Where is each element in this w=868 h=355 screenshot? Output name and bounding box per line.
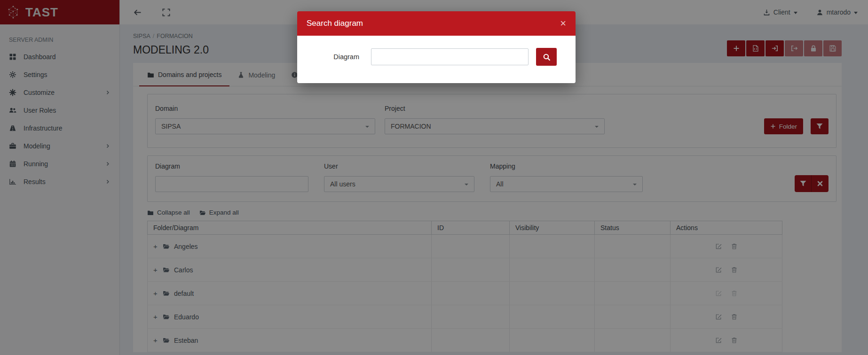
search-icon xyxy=(543,53,551,61)
modal-body: Diagram xyxy=(297,36,576,83)
modal-header: Search diagram × xyxy=(297,11,576,36)
close-icon[interactable]: × xyxy=(560,18,566,29)
search-diagram-modal: Search diagram × Diagram xyxy=(297,11,576,83)
modal-diagram-label: Diagram xyxy=(316,53,359,61)
modal-search-button[interactable] xyxy=(536,48,557,66)
modal-diagram-input[interactable] xyxy=(371,48,529,65)
modal-title: Search diagram xyxy=(307,19,363,28)
